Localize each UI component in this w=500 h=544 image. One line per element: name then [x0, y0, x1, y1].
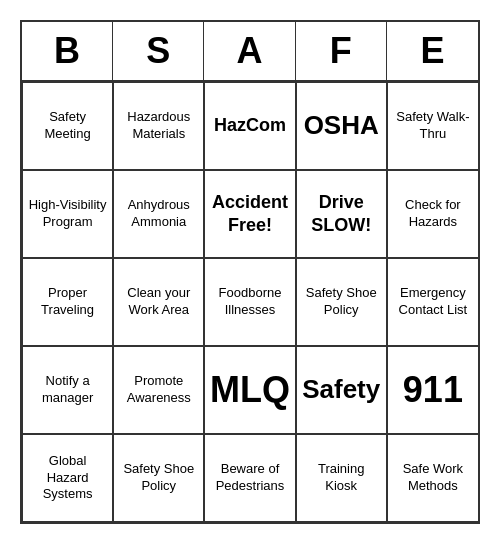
bingo-cell: Safe Work Methods — [387, 434, 478, 522]
bingo-cell: Notify a manager — [22, 346, 113, 434]
bingo-cell: Emergency Contact List — [387, 258, 478, 346]
header-letter: S — [113, 22, 204, 80]
header-letter: F — [296, 22, 387, 80]
bingo-cell: Hazardous Materials — [113, 82, 204, 170]
header-letter: B — [22, 22, 113, 80]
bingo-cell: Training Kiosk — [296, 434, 387, 522]
bingo-cell: Check for Hazards — [387, 170, 478, 258]
bingo-cell: Safety Meeting — [22, 82, 113, 170]
bingo-cell: Foodborne Illnesses — [204, 258, 295, 346]
bingo-cell: Safety Shoe Policy — [296, 258, 387, 346]
bingo-cell: OSHA — [296, 82, 387, 170]
bingo-cell: MLQ — [204, 346, 295, 434]
bingo-cell: 911 — [387, 346, 478, 434]
bingo-cell: Safety — [296, 346, 387, 434]
header-letter: E — [387, 22, 478, 80]
bingo-cell: Clean your Work Area — [113, 258, 204, 346]
header-letter: A — [204, 22, 295, 80]
bingo-cell: Global Hazard Systems — [22, 434, 113, 522]
bingo-cell: HazCom — [204, 82, 295, 170]
bingo-cell: Anhydrous Ammonia — [113, 170, 204, 258]
bingo-cell: Accident Free! — [204, 170, 295, 258]
bingo-card: BSAFE Safety MeetingHazardous MaterialsH… — [20, 20, 480, 524]
bingo-header: BSAFE — [22, 22, 478, 82]
bingo-cell: Drive SLOW! — [296, 170, 387, 258]
bingo-cell: High-Visibility Program — [22, 170, 113, 258]
bingo-cell: Safety Walk-Thru — [387, 82, 478, 170]
bingo-cell: Beware of Pedestrians — [204, 434, 295, 522]
bingo-cell: Promote Awareness — [113, 346, 204, 434]
bingo-cell: Proper Traveling — [22, 258, 113, 346]
bingo-grid: Safety MeetingHazardous MaterialsHazComO… — [22, 82, 478, 522]
bingo-cell: Safety Shoe Policy — [113, 434, 204, 522]
